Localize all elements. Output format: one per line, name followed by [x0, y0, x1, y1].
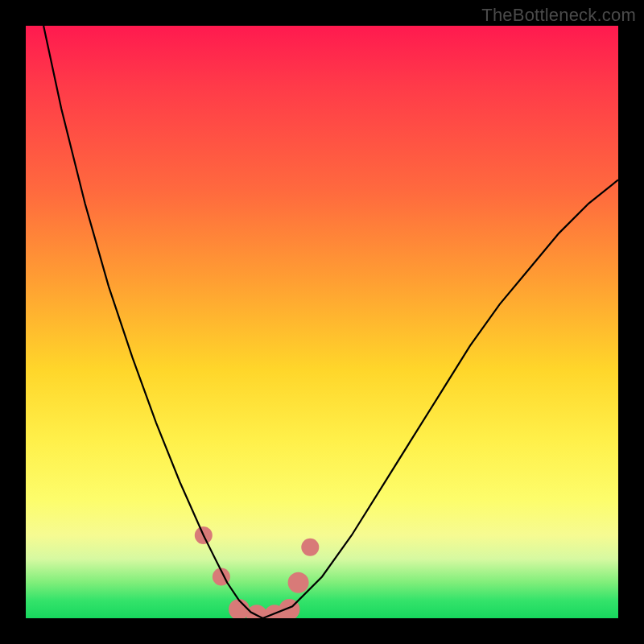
chart-frame: TheBottleneck.com — [0, 0, 644, 644]
bottleneck-curve — [43, 26, 618, 618]
highlight-dot — [301, 539, 319, 556]
highlight-dot — [288, 572, 309, 593]
optimal-zone-highlight — [195, 526, 319, 618]
watermark-text: TheBottleneck.com — [481, 5, 636, 26]
chart-overlay — [26, 26, 618, 618]
